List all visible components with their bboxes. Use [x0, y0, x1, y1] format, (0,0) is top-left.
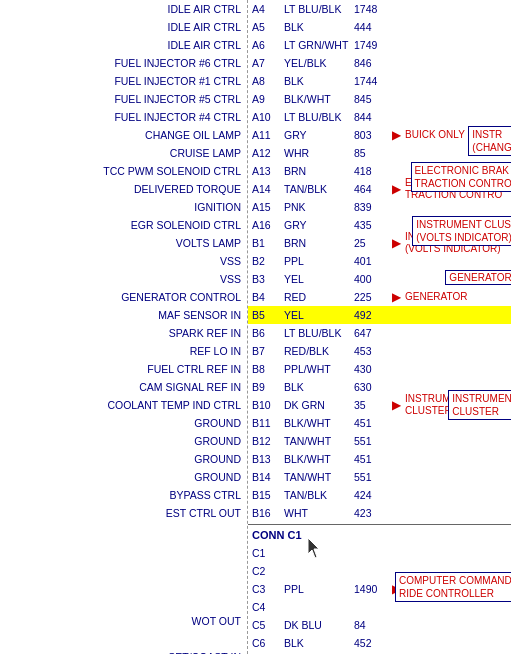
left-item: COOLANT TEMP IND CTRL — [0, 396, 247, 414]
wire-color: DK BLU — [284, 619, 354, 631]
wire-num: 1749 — [354, 39, 392, 51]
left-item: MAF SENSOR IN — [0, 306, 247, 324]
wire-color: LT GRN/WHT — [284, 39, 354, 51]
wire-num: 551 — [354, 435, 392, 447]
wire-num: 845 — [354, 93, 392, 105]
wire-num: 225 — [354, 291, 392, 303]
left-item: CRUISE LAMP — [0, 144, 247, 162]
wire-num: 844 — [354, 111, 392, 123]
wire-color: DK GRN — [284, 399, 354, 411]
wire-color: YEL — [284, 309, 354, 321]
pin-id: B13 — [252, 453, 284, 465]
wire-num: 464 — [354, 183, 392, 195]
computer-command-ride-box: COMPUTER COMMAND RIDE CONTROLLER — [395, 572, 511, 602]
wire-color: PNK — [284, 201, 354, 213]
wire-color: RED/BLK — [284, 345, 354, 357]
wire-num: 551 — [354, 471, 392, 483]
left-item — [0, 522, 247, 540]
wire-color: YEL/BLK — [284, 57, 354, 69]
wire-color: GRY — [284, 219, 354, 231]
pin-id: A11 — [252, 129, 284, 141]
pin-id: B15 — [252, 489, 284, 501]
wire-num: 85 — [354, 147, 392, 159]
wire-color: LT BLU/BLK — [284, 3, 354, 15]
pin-id: B2 — [252, 255, 284, 267]
pin-id: B6 — [252, 327, 284, 339]
pin-id: B1 — [252, 237, 284, 249]
wire-color: PPL — [284, 255, 354, 267]
wire-num: 430 — [354, 363, 392, 375]
right-row: B2PPL401 — [248, 252, 511, 270]
pin-id: B9 — [252, 381, 284, 393]
wire-color: TAN/WHT — [284, 435, 354, 447]
wire-num: 423 — [354, 507, 392, 519]
left-item: SET/COAST IN — [0, 648, 247, 654]
pin-id: B16 — [252, 507, 284, 519]
wire-num: 492 — [354, 309, 392, 321]
right-row: B5YEL492 — [248, 306, 511, 324]
left-item: GROUND — [0, 468, 247, 486]
left-item: CAM SIGNAL REF IN — [0, 378, 247, 396]
left-item: GROUND — [0, 450, 247, 468]
right-row-c: C6BLK452 — [248, 634, 511, 652]
left-item: IDLE AIR CTRL — [0, 0, 247, 18]
right-row: A8BLK1744 — [248, 72, 511, 90]
wire-num: 418 — [354, 165, 392, 177]
wire-num: 452 — [354, 637, 392, 649]
conn-header: CONN C1 — [248, 524, 511, 544]
left-item: FUEL INJECTOR #4 CTRL — [0, 108, 247, 126]
pin-id: C2 — [252, 565, 284, 577]
pin-id: B8 — [252, 363, 284, 375]
right-column: A4LT BLU/BLK1748A5BLK444A6LT GRN/WHT1749… — [248, 0, 511, 654]
wire-color: TAN/WHT — [284, 471, 354, 483]
right-row: B8PPL/WHT430 — [248, 360, 511, 378]
pin-id: C4 — [252, 601, 284, 613]
wire-color: PPL — [284, 583, 354, 595]
pin-id: A6 — [252, 39, 284, 51]
wire-color: GRY — [284, 129, 354, 141]
wire-color: BRN — [284, 165, 354, 177]
left-column: IDLE AIR CTRLIDLE AIR CTRLIDLE AIR CTRLF… — [0, 0, 248, 654]
pin-id: A12 — [252, 147, 284, 159]
left-item: FUEL INJECTOR #1 CTRL — [0, 72, 247, 90]
wire-color: BLK/WHT — [284, 93, 354, 105]
wire-num: 84 — [354, 619, 392, 631]
left-item: FUEL CTRL REF IN — [0, 360, 247, 378]
pin-id: C6 — [252, 637, 284, 649]
left-item: BYPASS CTRL — [0, 486, 247, 504]
right-row-c: C1 — [248, 544, 511, 562]
wire-color: BLK — [284, 75, 354, 87]
arrow-icon: ▶ — [392, 236, 401, 250]
left-item — [0, 576, 247, 594]
wire-num: 25 — [354, 237, 392, 249]
pin-id: A9 — [252, 93, 284, 105]
wire-num: 647 — [354, 327, 392, 339]
pin-id: A8 — [252, 75, 284, 87]
wire-color: YEL — [284, 273, 354, 285]
right-row: A9BLK/WHT845 — [248, 90, 511, 108]
right-row: A6LT GRN/WHT1749 — [248, 36, 511, 54]
instr-change-box: INSTR (CHANG — [468, 126, 511, 156]
wire-color: LT BLU/BLK — [284, 327, 354, 339]
right-row: B7RED/BLK453 — [248, 342, 511, 360]
wire-color: TAN/BLK — [284, 183, 354, 195]
wire-num: 1744 — [354, 75, 392, 87]
right-row-c: C5DK BLU84 — [248, 616, 511, 634]
left-item: EST CTRL OUT — [0, 504, 247, 522]
wire-num: 630 — [354, 381, 392, 393]
pin-id: B5 — [252, 309, 284, 321]
right-row: B6LT BLU/BLK647 — [248, 324, 511, 342]
right-row: B14TAN/WHT551 — [248, 468, 511, 486]
destination-label: GENERATOR — [405, 291, 467, 303]
pin-id: C5 — [252, 619, 284, 631]
wire-num: 401 — [354, 255, 392, 267]
wire-num: 400 — [354, 273, 392, 285]
wire-num: 451 — [354, 453, 392, 465]
pin-id: A5 — [252, 21, 284, 33]
wire-color: TAN/BLK — [284, 489, 354, 501]
right-row: A5BLK444 — [248, 18, 511, 36]
wire-num: 1490 — [354, 583, 392, 595]
pin-id: B14 — [252, 471, 284, 483]
pin-id: A14 — [252, 183, 284, 195]
pin-id: A15 — [252, 201, 284, 213]
